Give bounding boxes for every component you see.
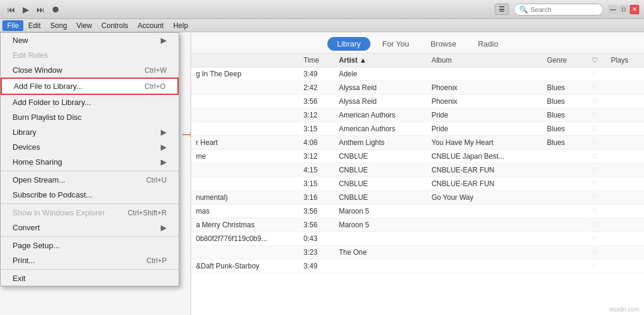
- cell-heart: ♡: [584, 232, 606, 246]
- col-plays[interactable]: Plays: [606, 54, 644, 67]
- menu-song[interactable]: Song: [45, 20, 72, 31]
- cell-time: 3:12: [299, 150, 334, 163]
- close-button[interactable]: ✕: [630, 5, 639, 14]
- tab-browse[interactable]: Browse: [421, 37, 466, 51]
- view-toggle-button[interactable]: ☰: [495, 4, 509, 15]
- menu-print[interactable]: Print... Ctrl+P: [1, 253, 179, 268]
- table-row[interactable]: g In The Deep 3:49 Adele ♡: [191, 67, 644, 81]
- cell-artist: Maroon 5: [334, 205, 427, 218]
- menu-home-sharing-label: Home Sharing: [13, 158, 62, 166]
- main-area: New ▶ Edit Rules Close Window Ctrl+W Add…: [0, 32, 644, 315]
- table-row[interactable]: a Merry Christmas 3:56 Maroon 5 ♡: [191, 218, 644, 232]
- cell-heart: ♡: [584, 246, 606, 260]
- table-row[interactable]: 3:15 American Authors Pride Blues ♡: [191, 122, 644, 136]
- table-row[interactable]: 0b80f2f776f119c0b9... 0:43 ♡: [191, 232, 644, 246]
- table-row[interactable]: 3:12 American Authors Pride Blues ♡: [191, 109, 644, 122]
- separator-1: [1, 171, 179, 171]
- separator-4: [1, 269, 179, 270]
- progress-knob[interactable]: [53, 7, 59, 13]
- cell-album: [427, 260, 542, 273]
- tab-radio[interactable]: Radio: [468, 37, 508, 51]
- cell-time: 3:56: [299, 205, 334, 218]
- menu-close-window[interactable]: Close Window Ctrl+W: [1, 63, 179, 78]
- menu-subscribe-podcast[interactable]: Subscribe to Podcast...: [1, 187, 179, 202]
- add-file-shortcut: Ctrl+O: [145, 82, 165, 91]
- music-table: Time Artist ▲ Album Genre ♡ Plays g In T…: [191, 54, 644, 273]
- cell-album: CNBLUE Japan Best...: [427, 150, 542, 163]
- menu-help[interactable]: Help: [168, 20, 193, 31]
- close-window-shortcut: Ctrl+W: [145, 66, 167, 75]
- menu-add-folder[interactable]: Add Folder to Library...: [1, 95, 179, 110]
- table-row[interactable]: 2:42 Alyssa Reid Phoenix Blues ♡: [191, 81, 644, 95]
- menu-view[interactable]: View: [72, 20, 97, 31]
- col-title[interactable]: [191, 54, 299, 67]
- cell-title: a Merry Christmas: [191, 218, 299, 232]
- table-row[interactable]: &Daft Punk-Starboy 3:49 ♡: [191, 260, 644, 273]
- menu-page-setup[interactable]: Page Setup...: [1, 238, 179, 253]
- menu-exit[interactable]: Exit: [1, 271, 179, 286]
- menu-new[interactable]: New ▶: [1, 33, 179, 48]
- menu-home-sharing[interactable]: Home Sharing ▶: [1, 155, 179, 169]
- cell-genre: Blues: [542, 122, 584, 136]
- transport-controls: ⏮ ▶ ⏭: [5, 4, 62, 16]
- cell-title: 0b80f2f776f119c0b9...: [191, 232, 299, 246]
- cell-heart: ♡: [584, 95, 606, 109]
- title-bar: ⏮ ▶ ⏭ ☰ 🔍 — □ ✕: [0, 0, 644, 19]
- col-artist[interactable]: Artist ▲: [334, 54, 427, 67]
- rewind-button[interactable]: ⏮: [5, 4, 18, 16]
- table-row[interactable]: r Heart 4:08 Anthem Lights You Have My H…: [191, 136, 644, 150]
- cell-time: 3:56: [299, 95, 334, 109]
- play-button[interactable]: ▶: [20, 4, 32, 16]
- tabs-bar: Library For You Browse Radio: [191, 32, 644, 54]
- menu-controls[interactable]: Controls: [97, 20, 133, 31]
- table-row[interactable]: numental) 3:16 CNBLUE Go Your Way ♡: [191, 191, 644, 205]
- cell-plays: [606, 177, 644, 191]
- table-row[interactable]: 3:56 Alyssa Reid Phoenix Blues ♡: [191, 95, 644, 109]
- cell-album: [427, 246, 542, 260]
- cell-artist: CNBLUE: [334, 191, 427, 205]
- table-row[interactable]: 3:23 The One ♡: [191, 246, 644, 260]
- col-genre[interactable]: Genre: [542, 54, 584, 67]
- forward-button[interactable]: ⏭: [34, 4, 47, 16]
- menu-account[interactable]: Account: [133, 20, 168, 31]
- search-input[interactable]: [530, 6, 598, 13]
- menu-file[interactable]: File: [2, 20, 23, 31]
- music-table-container[interactable]: Time Artist ▲ Album Genre ♡ Plays g In T…: [191, 54, 644, 315]
- sidebar: New ▶ Edit Rules Close Window Ctrl+W Add…: [0, 32, 191, 315]
- col-time[interactable]: Time: [299, 54, 334, 67]
- cell-genre: Blues: [542, 81, 584, 95]
- table-row[interactable]: mas 3:56 Maroon 5 ♡: [191, 205, 644, 218]
- menu-devices[interactable]: Devices ▶: [1, 140, 179, 155]
- cell-heart: ♡: [584, 191, 606, 205]
- minimize-button[interactable]: —: [608, 5, 618, 14]
- cell-plays: [606, 81, 644, 95]
- menu-convert[interactable]: Convert ▶: [1, 220, 179, 235]
- menu-add-file-label: Add File to Library...: [14, 82, 82, 91]
- menu-open-stream[interactable]: Open Stream... Ctrl+U: [1, 172, 179, 187]
- menu-burn-playlist[interactable]: Burn Playlist to Disc: [1, 110, 179, 125]
- tab-for-you[interactable]: For You: [373, 37, 419, 51]
- menu-library[interactable]: Library ▶: [1, 125, 179, 140]
- col-album[interactable]: Album: [427, 54, 542, 67]
- table-row[interactable]: 4:15 CNBLUE CNBLUE-EAR FUN ♡: [191, 163, 644, 177]
- cell-heart: ♡: [584, 205, 606, 218]
- cell-genre: [542, 177, 584, 191]
- tab-library[interactable]: Library: [327, 37, 370, 51]
- maximize-button[interactable]: □: [619, 5, 628, 14]
- cell-album: [427, 232, 542, 246]
- title-bar-right: ☰ 🔍 — □ ✕: [495, 4, 639, 16]
- cell-title: me: [191, 150, 299, 163]
- menu-edit[interactable]: Edit: [23, 20, 45, 31]
- menu-devices-label: Devices: [13, 143, 40, 152]
- cell-heart: ♡: [584, 109, 606, 122]
- window-controls: — □ ✕: [608, 5, 639, 14]
- col-heart[interactable]: ♡: [584, 54, 606, 67]
- cell-title: [191, 246, 299, 260]
- table-row[interactable]: 3:15 CNBLUE CNBLUE-EAR FUN ♡: [191, 177, 644, 191]
- cell-title: [191, 163, 299, 177]
- cell-heart: ♡: [584, 122, 606, 136]
- cell-artist: Alyssa Reid: [334, 95, 427, 109]
- separator-2: [1, 203, 179, 204]
- menu-add-file[interactable]: Add File to Library... Ctrl+O: [1, 78, 179, 95]
- table-row[interactable]: me 3:12 CNBLUE CNBLUE Japan Best... ♡: [191, 150, 644, 163]
